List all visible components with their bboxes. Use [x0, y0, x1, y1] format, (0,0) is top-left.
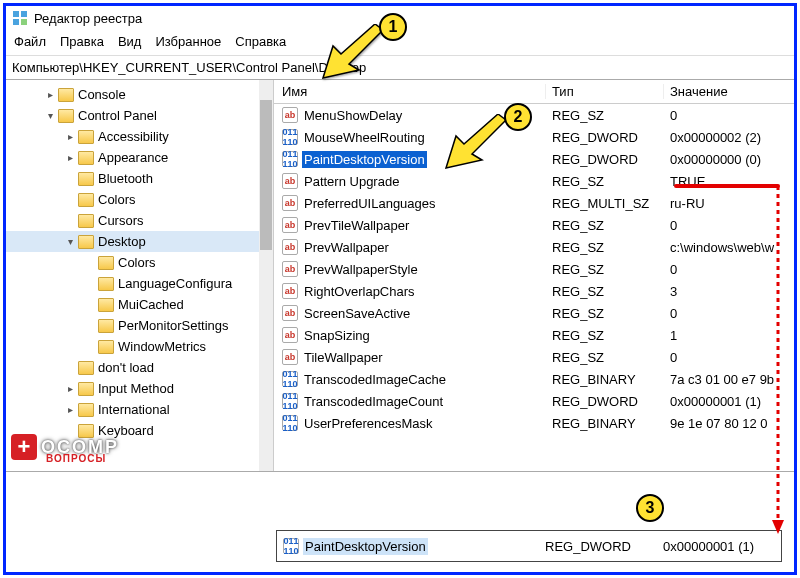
value-name: PreferredUILanguages	[302, 195, 438, 212]
scrollbar-thumb[interactable]	[260, 100, 272, 250]
value-name: UserPreferencesMask	[302, 415, 435, 432]
chevron-down-icon[interactable]: ▾	[64, 236, 76, 248]
tree-item[interactable]: Bluetooth	[6, 168, 259, 189]
tree-item-label: Bluetooth	[98, 171, 153, 186]
menu-edit[interactable]: Правка	[60, 34, 104, 49]
value-name: RightOverlapChars	[302, 283, 417, 300]
folder-icon	[78, 214, 94, 228]
app-window: Редактор реестра Файл Правка Вид Избранн…	[3, 3, 797, 575]
tree-item-label: Control Panel	[78, 108, 157, 123]
value-row[interactable]: 011110MouseWheelRoutingREG_DWORD0x000000…	[274, 126, 794, 148]
value-data: 0x00000002 (2)	[664, 130, 794, 145]
value-name: Pattern Upgrade	[302, 173, 401, 190]
value-type: REG_MULTI_SZ	[546, 196, 664, 211]
tree-item[interactable]: ▸Console	[6, 84, 259, 105]
tree-scrollbar[interactable]	[259, 80, 273, 471]
value-type: REG_DWORD	[546, 130, 664, 145]
window-title: Редактор реестра	[34, 11, 142, 26]
value-name: SnapSizing	[302, 327, 372, 344]
menu-help[interactable]: Справка	[235, 34, 286, 49]
value-row[interactable]: abMenuShowDelayREG_SZ0	[274, 104, 794, 126]
tree-spacer	[84, 341, 96, 353]
folder-icon	[98, 256, 114, 270]
value-data: 0	[664, 108, 794, 123]
tree-item-label: PerMonitorSettings	[118, 318, 229, 333]
callout-3: 3	[636, 494, 664, 522]
folder-icon	[78, 130, 94, 144]
chevron-right-icon[interactable]: ▸	[64, 131, 76, 143]
svg-rect-2	[13, 19, 19, 25]
tree-item[interactable]: Colors	[6, 189, 259, 210]
col-header-name[interactable]: Имя	[274, 84, 546, 99]
chevron-right-icon[interactable]: ▸	[44, 89, 56, 101]
tree-item[interactable]: ▸Input Method	[6, 378, 259, 399]
value-type: REG_DWORD	[546, 394, 664, 409]
folder-icon	[78, 172, 94, 186]
string-value-icon: ab	[282, 107, 298, 123]
detail-name: PaintDesktopVersion	[303, 538, 428, 555]
folder-icon	[98, 319, 114, 333]
tree-item-label: Colors	[98, 192, 136, 207]
tree-item[interactable]: MuiCached	[6, 294, 259, 315]
detail-type: REG_DWORD	[539, 539, 657, 554]
string-value-icon: ab	[282, 349, 298, 365]
menu-favorites[interactable]: Избранное	[155, 34, 221, 49]
callout-1: 1	[379, 13, 407, 41]
tree-item[interactable]: Colors	[6, 252, 259, 273]
value-type: REG_SZ	[546, 174, 664, 189]
regedit-icon	[12, 10, 28, 26]
tree-item[interactable]: ▾Control Panel	[6, 105, 259, 126]
watermark-sub: ВОПРОСЫ	[46, 453, 106, 464]
tree-item-label: International	[98, 402, 170, 417]
folder-icon	[58, 109, 74, 123]
binary-value-icon: 011110	[282, 371, 298, 387]
chevron-right-icon[interactable]: ▸	[64, 383, 76, 395]
tree-item[interactable]: ▸International	[6, 399, 259, 420]
value-type: REG_BINARY	[546, 416, 664, 431]
value-type: REG_SZ	[546, 218, 664, 233]
tree-item[interactable]: ▾Desktop	[6, 231, 259, 252]
value-name: PrevTileWallpaper	[302, 217, 411, 234]
tree-item-label: Accessibility	[98, 129, 169, 144]
chevron-right-icon[interactable]: ▸	[64, 152, 76, 164]
value-name: MenuShowDelay	[302, 107, 404, 124]
tree-spacer	[84, 257, 96, 269]
folder-icon	[78, 403, 94, 417]
string-value-icon: ab	[282, 195, 298, 211]
value-name: PrevWallpaperStyle	[302, 261, 420, 278]
value-row[interactable]: 011110PaintDesktopVersionREG_DWORD0x0000…	[274, 148, 794, 170]
menu-file[interactable]: Файл	[14, 34, 46, 49]
tree-spacer	[64, 215, 76, 227]
tree-spacer	[84, 320, 96, 332]
folder-icon	[78, 151, 94, 165]
value-name: PrevWallpaper	[302, 239, 391, 256]
tree-item-label: don't load	[98, 360, 154, 375]
tree-item-label: LanguageConfigura	[118, 276, 232, 291]
col-header-value[interactable]: Значение	[664, 84, 794, 99]
address-bar[interactable]: Компьютер\HKEY_CURRENT_USER\Control Pane…	[6, 56, 794, 80]
tree-item[interactable]: WindowMetrics	[6, 336, 259, 357]
svg-marker-4	[323, 24, 383, 78]
binary-value-icon: 011110	[282, 415, 298, 431]
tree-item[interactable]: ▸Accessibility	[6, 126, 259, 147]
arrow-2	[436, 114, 516, 174]
value-name: MouseWheelRouting	[302, 129, 427, 146]
tree-item[interactable]: don't load	[6, 357, 259, 378]
callout-2: 2	[504, 103, 532, 131]
tree-item[interactable]: PerMonitorSettings	[6, 315, 259, 336]
folder-icon	[98, 277, 114, 291]
chevron-right-icon[interactable]: ▸	[64, 404, 76, 416]
tree-view[interactable]: ▸Console▾Control Panel▸Accessibility▸App…	[6, 80, 259, 471]
tree-spacer	[84, 278, 96, 290]
value-name: TranscodedImageCount	[302, 393, 445, 410]
col-header-type[interactable]: Тип	[546, 84, 664, 99]
tree-item[interactable]: ▸Appearance	[6, 147, 259, 168]
tree-item[interactable]: Cursors	[6, 210, 259, 231]
tree-item[interactable]: LanguageConfigura	[6, 273, 259, 294]
folder-icon	[78, 361, 94, 375]
menu-view[interactable]: Вид	[118, 34, 142, 49]
tree-item-label: Input Method	[98, 381, 174, 396]
tree-item-label: MuiCached	[118, 297, 184, 312]
tree-item-label: Console	[78, 87, 126, 102]
chevron-down-icon[interactable]: ▾	[44, 110, 56, 122]
